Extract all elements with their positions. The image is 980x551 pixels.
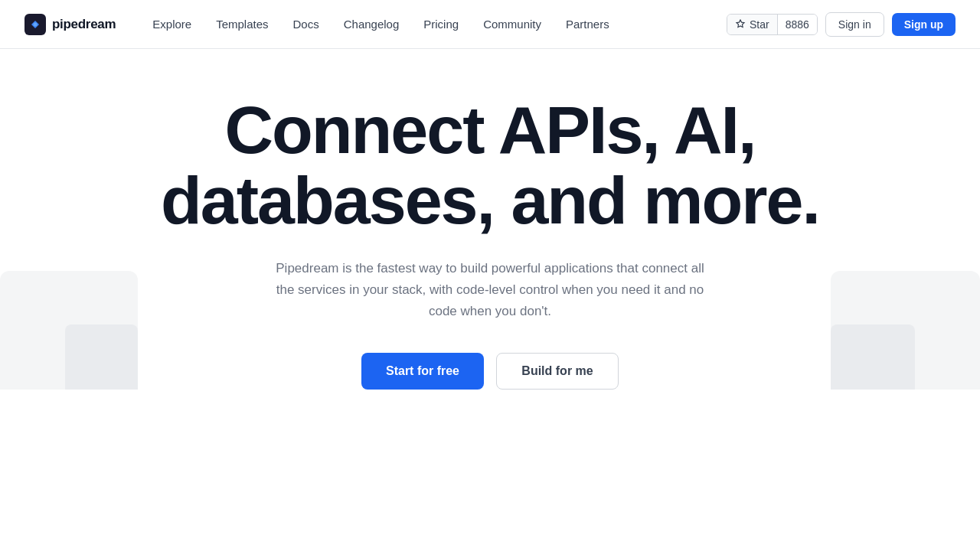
- nav-docs[interactable]: Docs: [281, 11, 332, 37]
- start-for-free-button[interactable]: Start for free: [361, 353, 484, 390]
- nav-partners[interactable]: Partners: [554, 11, 622, 37]
- nav-links: Explore Templates Docs Changelog Pricing…: [140, 11, 621, 37]
- navbar: pipedream Explore Templates Docs Changel…: [0, 0, 980, 49]
- nav-community[interactable]: Community: [471, 11, 554, 37]
- signin-button[interactable]: Sign in: [825, 12, 884, 37]
- hero-title: Connect APIs, AI, databases, and more.: [145, 95, 835, 236]
- nav-explore[interactable]: Explore: [140, 11, 204, 37]
- nav-left: pipedream Explore Templates Docs Changel…: [24, 11, 622, 37]
- nav-right: Star 8886 Sign in Sign up: [727, 12, 956, 37]
- star-icon: [735, 19, 746, 30]
- hero-section: Connect APIs, AI, databases, and more. P…: [0, 49, 980, 390]
- star-count: 8886: [778, 15, 817, 34]
- star-label: Star: [727, 15, 778, 34]
- star-button[interactable]: Star 8886: [727, 14, 818, 35]
- logo-text: pipedream: [52, 17, 116, 32]
- svg-point-1: [34, 22, 38, 26]
- build-for-me-button[interactable]: Build for me: [496, 353, 619, 390]
- logo-link[interactable]: pipedream: [24, 14, 116, 35]
- nav-templates[interactable]: Templates: [204, 11, 280, 37]
- decorative-panel-left-inner: [65, 324, 138, 390]
- decorative-panel-right-inner: [831, 324, 915, 390]
- logo-icon: [24, 14, 46, 35]
- signup-button[interactable]: Sign up: [892, 13, 956, 36]
- hero-buttons: Start for free Build for me: [361, 353, 619, 390]
- nav-changelog[interactable]: Changelog: [332, 11, 412, 37]
- hero-subtitle: Pipedream is the fastest way to build po…: [268, 258, 712, 322]
- nav-pricing[interactable]: Pricing: [411, 11, 471, 37]
- star-text: Star: [750, 18, 769, 31]
